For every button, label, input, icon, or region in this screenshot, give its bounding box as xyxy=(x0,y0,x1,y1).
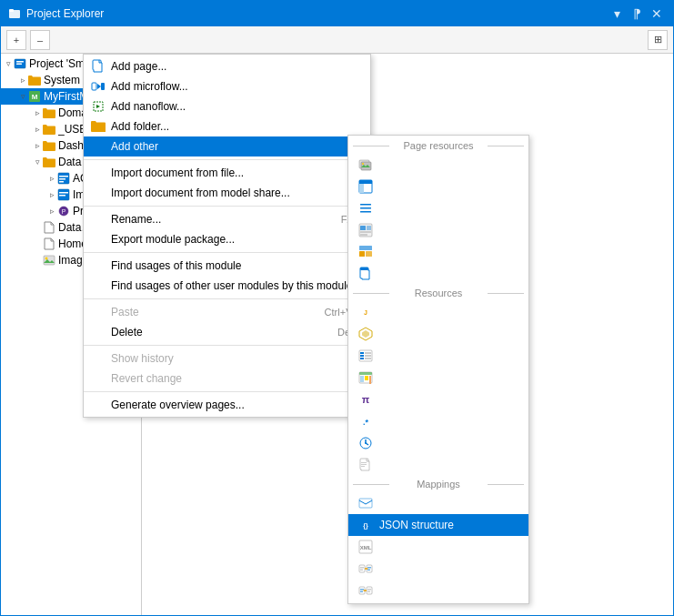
menu-item-add-microflow[interactable]: Add microflow... xyxy=(84,76,370,96)
submenu-item-data-set[interactable]: Data set xyxy=(348,367,528,389)
menu-item-paste[interactable]: Paste Ctrl+V xyxy=(84,302,370,322)
submenu-item-menu[interactable]: Menu xyxy=(348,197,528,219)
import-document-icon xyxy=(91,166,106,180)
svg-rect-86 xyxy=(367,589,371,591)
submenu-item-xml-schema[interactable]: XML XML schema xyxy=(348,536,528,558)
submenu-item-constant[interactable]: π Constant xyxy=(348,389,528,410)
find-usages-label: Find usages of this module xyxy=(111,259,241,272)
pin-button[interactable]: ⁋ xyxy=(628,5,646,23)
submenu-item-message-definitions[interactable]: Message definitions xyxy=(348,492,528,514)
svg-rect-9 xyxy=(59,178,65,180)
menu-item-export-module[interactable]: Export module package... xyxy=(84,229,370,249)
menu-item-add-nanoflow[interactable]: Add nanoflow... xyxy=(84,96,370,116)
menu-item-find-usages-other[interactable]: Find usages of other user modules by thi… xyxy=(84,276,370,296)
menu-item-delete[interactable]: Delete Del xyxy=(84,322,370,342)
expand-icon-ac[interactable]: ▹ xyxy=(46,173,57,184)
submenu-item-snippet[interactable]: Snippet xyxy=(348,219,528,241)
project-explorer-window: Project Explorer ▾ ⁋ ✕ + – ⊞ ▿ xyxy=(0,0,674,616)
menu-separator-3 xyxy=(84,252,370,253)
submenu-item-document-template[interactable]: Document template xyxy=(348,454,528,476)
remove-button[interactable]: – xyxy=(30,30,50,50)
submenu-item-enumeration[interactable]: Enumeration xyxy=(348,345,528,367)
submenu-item-json-structure[interactable]: {} JSON structure xyxy=(348,514,528,536)
svg-text:XML: XML xyxy=(360,545,372,550)
rename-label: Rename... xyxy=(111,213,161,226)
submenu-item-layout[interactable]: Layout xyxy=(348,176,528,197)
menu-item-add-other[interactable]: Add other ▹ Page resources xyxy=(84,136,370,157)
expand-icon-im[interactable]: ▹ xyxy=(46,189,57,200)
delete-label: Delete xyxy=(111,326,143,338)
regular-expression-label: Regular expression xyxy=(379,415,473,428)
expand-icon-myfirstm[interactable]: ▿ xyxy=(17,91,28,102)
add-button[interactable]: + xyxy=(6,30,26,50)
section-resources: Resources xyxy=(348,285,528,301)
folder-icon-usei xyxy=(43,123,55,136)
svg-rect-77 xyxy=(360,570,363,571)
svg-text:M: M xyxy=(32,93,38,101)
expand-icon-project[interactable]: ▿ xyxy=(3,58,14,69)
svg-rect-49 xyxy=(365,352,371,354)
svg-rect-55 xyxy=(359,372,372,375)
submenu-item-rule[interactable]: Rule xyxy=(348,323,528,345)
menu-item-import-model[interactable]: Import document from model share... xyxy=(84,183,370,203)
submenu-item-scheduled-event[interactable]: Scheduled event xyxy=(348,432,528,454)
add-nanoflow-icon xyxy=(91,99,106,114)
menu-item-import-document[interactable]: Import document from file... xyxy=(84,163,370,183)
submenu-item-building-block[interactable]: Building block xyxy=(348,241,528,263)
svg-rect-29 xyxy=(359,184,364,193)
enumeration-label: Enumeration xyxy=(379,349,441,362)
minimize-button[interactable]: ▾ xyxy=(608,5,626,23)
menu-icon xyxy=(357,200,374,217)
svg-rect-74 xyxy=(359,565,365,572)
menu-item-rename[interactable]: Rename... F2 xyxy=(84,209,370,229)
submenu-item-export-mapping[interactable]: Export mapping xyxy=(348,558,528,580)
menu-item-add-folder[interactable]: Add folder... xyxy=(84,116,370,136)
document-icon-home xyxy=(43,237,55,250)
menu-item-generate-overview[interactable]: Generate overview pages... xyxy=(84,395,370,415)
expand-icon-usei[interactable]: ▹ xyxy=(32,124,43,135)
menu-item-add-page[interactable]: Add page... xyxy=(84,56,370,76)
svg-rect-83 xyxy=(367,587,372,594)
svg-marker-23 xyxy=(96,105,100,108)
expand-icon-dasht[interactable]: ▹ xyxy=(32,140,43,151)
submenu-item-java-action[interactable]: J Java action xyxy=(348,301,528,323)
regular-expression-icon: .* xyxy=(357,413,374,429)
constant-icon: π xyxy=(357,391,374,408)
svg-rect-31 xyxy=(360,207,371,209)
submenu-item-import-mapping[interactable]: Import mapping xyxy=(348,580,528,601)
submenu-item-page-template[interactable]: Page template xyxy=(348,263,528,285)
svg-rect-10 xyxy=(59,181,64,183)
submenu-item-image-collection[interactable]: Image collection xyxy=(348,154,528,176)
context-menu: Add page... Add microflow... xyxy=(83,54,371,418)
title-bar-left: Project Explorer xyxy=(8,7,104,20)
expand-icon-system[interactable]: ▹ xyxy=(17,75,28,86)
close-button[interactable]: ✕ xyxy=(648,5,666,23)
add-page-label: Add page... xyxy=(111,60,166,73)
revert-change-label: Revert change xyxy=(111,372,182,385)
expand-icon-datas[interactable]: ▿ xyxy=(32,157,43,167)
menu-item-revert-change[interactable]: Revert change xyxy=(84,369,370,389)
menu-item-show-history[interactable]: Show history xyxy=(84,348,370,369)
svg-rect-1 xyxy=(9,9,14,12)
svg-rect-19 xyxy=(92,83,96,90)
find-usages-other-label: Find usages of other user modules by thi… xyxy=(111,279,352,292)
expand-icon-pr[interactable]: ▹ xyxy=(46,206,57,217)
snippet-icon xyxy=(357,222,374,238)
svg-text:P: P xyxy=(62,208,66,215)
svg-marker-20 xyxy=(97,84,101,89)
expand-icon-doma[interactable]: ▹ xyxy=(32,107,43,118)
export-mapping-label: Export mapping xyxy=(379,562,456,575)
rename-icon xyxy=(91,212,106,227)
folder-icon-dasht xyxy=(43,139,55,152)
submenu-item-regular-expression[interactable]: .* Regular expression xyxy=(348,410,528,432)
menu-label: Menu xyxy=(379,202,407,215)
menu-separator-1 xyxy=(84,159,370,160)
layout-button[interactable]: ⊞ xyxy=(648,30,668,50)
menu-separator-2 xyxy=(84,206,370,207)
svg-rect-69 xyxy=(359,499,372,508)
window-title: Project Explorer xyxy=(26,7,104,20)
svg-rect-16 xyxy=(44,256,55,265)
scheduled-event-icon xyxy=(357,435,374,451)
menu-item-find-usages[interactable]: Find usages of this module xyxy=(84,256,370,276)
svg-rect-51 xyxy=(365,355,371,357)
